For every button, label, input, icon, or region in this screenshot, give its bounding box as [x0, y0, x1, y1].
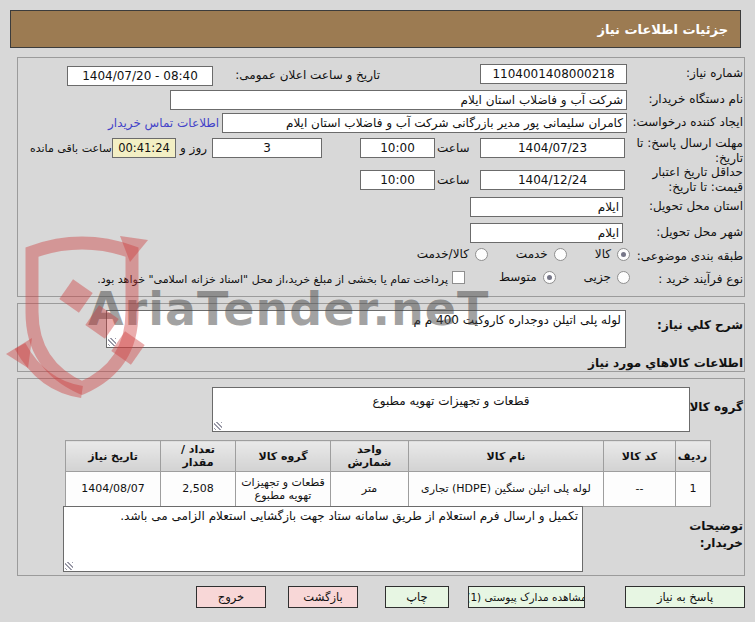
col-row-number: ردیف — [676, 441, 711, 472]
col-quantity: تعداد / مقدار — [161, 441, 236, 472]
need-number-field[interactable]: 1104001408000218 — [480, 64, 627, 84]
delivery-city-field[interactable]: ایلام — [470, 223, 623, 243]
request-creator-field[interactable]: کامران سلیمانی پور مدیر بازرگانی شرکت آب… — [222, 113, 627, 133]
public-announce-label: تاریخ و ساعت اعلان عمومی: — [218, 68, 380, 82]
price-validity-date: 1404/12/24 — [518, 173, 587, 187]
countdown-label: ساعت باقی مانده — [30, 142, 112, 155]
response-deadline-time: 10:00 — [380, 141, 415, 155]
goods-group-value: قطعات و تجهیزات تهویه مطبوع — [217, 390, 685, 408]
items-table-header-row: ردیف کد کالا نام کالا واحد شمارش گروه کا… — [66, 441, 711, 472]
need-number-label: شماره نیاز: — [686, 66, 743, 80]
response-deadline-time-field[interactable]: 10:00 — [360, 138, 435, 158]
resize-handle-icon[interactable] — [65, 562, 73, 570]
delivery-province-value: ایلام — [598, 200, 619, 214]
cell-need-date: 1404/08/07 — [66, 472, 161, 507]
resize-handle-icon[interactable] — [108, 338, 116, 346]
radio-minor[interactable] — [617, 271, 630, 284]
request-creator-label: ایجاد کننده درخواست: — [632, 115, 743, 129]
radio-service[interactable] — [554, 248, 567, 261]
radio-goods-service-label: کالا/خدمت — [417, 247, 469, 261]
days-left-value: 3 — [263, 141, 271, 155]
price-validity-time-field[interactable]: 10:00 — [360, 170, 435, 190]
subject-class-options: کالا خدمت کالا/خدمت — [388, 247, 630, 261]
treasury-payment-checkbox[interactable] — [452, 271, 465, 284]
radio-minor-label: جزیی — [584, 270, 611, 284]
price-validity-date-field[interactable]: 1404/12/24 — [480, 170, 625, 190]
respond-to-need-button[interactable]: پاسخ به نیاز — [625, 586, 745, 608]
response-deadline-date-field[interactable]: 1404/07/23 — [480, 138, 625, 158]
print-button[interactable]: چاپ — [385, 586, 449, 608]
page-title: جزئیات اطلاعات نیاز — [597, 22, 728, 37]
radio-medium-label: متوسط — [499, 270, 537, 284]
response-deadline-hour-label: ساعت — [437, 141, 470, 155]
delivery-province-label: استان محل تحویل: — [649, 199, 743, 213]
cell-count-unit: متر — [331, 472, 409, 507]
cell-item-name: لوله پلی اتیلن سنگین (HDPE) تجاری — [409, 472, 604, 507]
subject-class-label: طبقه بندی موضوعی: — [637, 249, 743, 263]
request-creator-value: کامران سلیمانی پور مدیر بازرگانی شرکت آب… — [286, 116, 623, 130]
need-desc-textarea[interactable]: لوله پلی اتیلن دوجداره کاروکیت 400 م م — [106, 310, 626, 348]
need-details-page: جزئیات اطلاعات نیاز شماره نیاز: 11040014… — [0, 0, 755, 622]
col-item-code: کد کالا — [604, 441, 676, 472]
need-desc-label: شرح کلي نیاز: — [657, 318, 743, 332]
col-count-unit: واحد شمارش — [331, 441, 409, 472]
purchase-process-label: نوع فرآیند خرید : — [658, 272, 743, 286]
radio-service-label: خدمت — [516, 247, 548, 261]
table-row: 1 -- لوله پلی اتیلن سنگین (HDPE) تجاری م… — [66, 472, 711, 507]
items-table: ردیف کد کالا نام کالا واحد شمارش گروه کا… — [65, 440, 711, 507]
buyer-notes-label: توضیحات خریدار: — [663, 518, 743, 552]
resize-handle-icon[interactable] — [214, 422, 222, 430]
price-validity-time: 10:00 — [380, 173, 415, 187]
cell-quantity: 2,508 — [161, 472, 236, 507]
days-left-field[interactable]: 3 — [212, 138, 322, 158]
goods-info-heading: اطلاعات کالاهاي مورد نیاز — [588, 356, 743, 370]
price-validity-hour-label: ساعت — [437, 173, 470, 187]
goods-group-textarea[interactable]: قطعات و تجهیزات تهویه مطبوع — [212, 387, 690, 432]
radio-medium[interactable] — [543, 271, 556, 284]
cell-row-number: 1 — [676, 472, 711, 507]
delivery-city-label: شهر محل تحویل: — [656, 225, 743, 239]
items-table-wrap: ردیف کد کالا نام کالا واحد شمارش گروه کا… — [65, 440, 711, 507]
col-item-group: گروه کالا — [236, 441, 331, 472]
buyer-org-value: شرکت آب و فاضلاب استان ایلام — [461, 93, 623, 107]
radio-goods[interactable] — [617, 248, 630, 261]
need-number-value: 1104001408000218 — [492, 67, 614, 81]
radio-goods-service[interactable] — [475, 248, 488, 261]
cell-item-group: قطعات و تجهیزات تهویه مطبوع — [236, 472, 331, 507]
radio-goods-label: کالا — [595, 247, 611, 261]
delivery-province-field[interactable]: ایلام — [470, 197, 623, 217]
price-validity-label: حداقل تاریخ اعتبار قیمت: تا تاریخ: — [631, 165, 743, 195]
public-announce-field[interactable]: 1404/07/20 - 08:40 — [67, 66, 213, 86]
buyer-org-field[interactable]: شرکت آب و فاضلاب استان ایلام — [170, 90, 627, 110]
exit-button[interactable]: خروج — [196, 586, 266, 608]
col-need-date: تاریخ نیاز — [66, 441, 161, 472]
delivery-city-value: ایلام — [598, 226, 619, 240]
buyer-notes-value: تکمیل و ارسال فرم استعلام از طریق سامانه… — [68, 509, 578, 523]
view-attached-docs-button[interactable]: مشاهده مدارک پیوستی (1) — [468, 586, 585, 608]
response-deadline-date: 1404/07/23 — [518, 141, 587, 155]
buyer-contact-link[interactable]: اطلاعات تماس خریدار — [108, 116, 219, 130]
treasury-payment-note: پرداخت تمام یا بخشی از مبلغ خرید،از محل … — [128, 273, 448, 286]
days-word-label: روز و — [180, 141, 207, 155]
countdown-value: 00:41:24 — [118, 141, 170, 155]
page-title-bar: جزئیات اطلاعات نیاز — [10, 10, 741, 48]
goods-group-label: گروه کالا: — [685, 400, 743, 414]
col-item-name: نام کالا — [409, 441, 604, 472]
cell-item-code: -- — [604, 472, 676, 507]
buyer-notes-textarea[interactable]: تکمیل و ارسال فرم استعلام از طریق سامانه… — [63, 506, 583, 572]
countdown-field: 00:41:24 — [112, 138, 176, 158]
response-deadline-label: مهلت ارسال پاسخ: تا تاریخ: — [631, 136, 743, 166]
back-button[interactable]: بازگشت — [288, 586, 358, 608]
buyer-org-label: نام دستگاه خریدار: — [649, 92, 744, 106]
public-announce-value: 1404/07/20 - 08:40 — [82, 69, 198, 83]
purchase-process-options: جزیی متوسط — [480, 270, 630, 284]
need-desc-value: لوله پلی اتیلن دوجداره کاروکیت 400 م م — [111, 313, 621, 327]
